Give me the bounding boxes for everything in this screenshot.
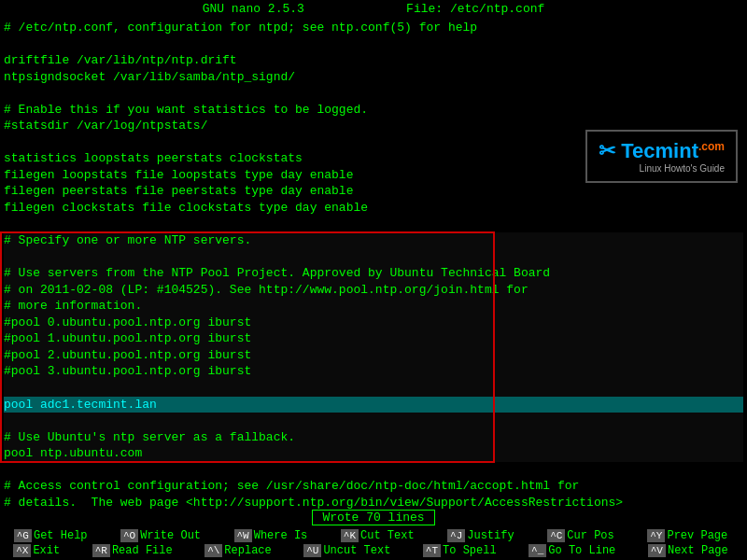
- command-key: ^R: [92, 544, 110, 557]
- command-label: Get Help: [34, 529, 88, 542]
- command-label: Next Page: [668, 544, 728, 557]
- command-label: Where Is: [254, 529, 308, 542]
- command-item[interactable]: ^\Replace: [204, 544, 272, 557]
- command-label: Write Out: [140, 529, 201, 542]
- command-key: ^Y: [647, 529, 665, 542]
- editor-line: [4, 85, 743, 102]
- title-bar: GNU nano 2.5.3 File: /etc/ntp.conf: [0, 0, 747, 18]
- editor-line: pool ntp.ubuntu.com: [4, 445, 743, 462]
- editor-line: #pool 3.ubuntu.pool.ntp.org iburst: [4, 363, 743, 380]
- editor-line: # Enable this if you want statistics to …: [4, 102, 743, 119]
- status-bar: Wrote 70 lines: [0, 509, 747, 526]
- command-item[interactable]: ^XExit: [13, 544, 60, 557]
- command-key: ^C: [547, 529, 565, 542]
- command-item[interactable]: ^JJustify: [447, 529, 514, 542]
- command-key: ^U: [303, 544, 321, 557]
- editor-line: driftfile /var/lib/ntp/ntp.drift: [4, 52, 743, 69]
- command-label: Replace: [224, 544, 271, 557]
- command-item[interactable]: ^UUncut Text: [303, 544, 390, 557]
- bottom-bar: ^GGet Help^OWrite Out^WWhere Is^KCut Tex…: [0, 526, 747, 560]
- command-item[interactable]: ^_Go To Line: [529, 544, 615, 557]
- command-label: Cut Text: [360, 529, 415, 542]
- tecmint-logo: ✂ Tecmint.com Linux Howto's Guide: [585, 130, 738, 183]
- command-label: Read File: [112, 544, 173, 557]
- command-item[interactable]: ^VNext Page: [648, 544, 728, 557]
- command-label: Prev Page: [667, 529, 727, 542]
- editor-line: # Access control configuration; see /usr…: [4, 478, 743, 495]
- command-item[interactable]: ^GGet Help: [14, 529, 88, 542]
- command-key: ^J: [447, 529, 465, 542]
- editor-line: # /etc/ntp.conf, configuration for ntpd;…: [4, 20, 743, 36]
- editor-line: filegen peerstats file peerstats type da…: [4, 183, 743, 200]
- status-message: Wrote 70 lines: [312, 510, 434, 525]
- command-label: Cur Pos: [567, 529, 613, 542]
- editor-line: #pool 2.ubuntu.pool.ntp.org iburst: [4, 347, 743, 364]
- file-path: File: /etc/ntp.conf: [406, 2, 544, 16]
- command-label: Justify: [467, 529, 514, 542]
- editor-line: ntpsigndsocket /var/lib/samba/ntp_signd/: [4, 69, 743, 86]
- command-key: ^W: [234, 529, 252, 542]
- editor-line: # Use servers from the NTP Pool Project.…: [4, 265, 743, 282]
- command-label: Exit: [33, 544, 60, 557]
- editor-line: [4, 380, 743, 397]
- editor-line: filegen clockstats file clockstats type …: [4, 200, 743, 217]
- editor-line: [4, 36, 743, 53]
- editor-area[interactable]: # /etc/ntp.conf, configuration for ntpd;…: [0, 18, 747, 509]
- editor-line: [4, 462, 743, 479]
- command-key: ^O: [120, 529, 138, 542]
- editor-line: [4, 217, 743, 233]
- editor-line: # Specify one or more NTP servers.: [4, 232, 743, 249]
- editor-line: # details. The web page <http://support.…: [4, 495, 743, 509]
- editor-line: [4, 249, 743, 266]
- command-item[interactable]: ^KCut Text: [341, 529, 415, 542]
- command-key: ^X: [13, 544, 31, 557]
- app-name: GNU nano 2.5.3: [203, 2, 304, 16]
- command-key: ^G: [14, 529, 32, 542]
- command-key: ^_: [529, 544, 546, 557]
- command-item[interactable]: ^YPrev Page: [647, 529, 727, 542]
- editor-line: pool adc1.tecmint.lan: [4, 397, 743, 413]
- command-item[interactable]: ^RRead File: [92, 544, 173, 557]
- editor-line: # Use Ubuntu's ntp server as a fallback.: [4, 429, 743, 446]
- command-item[interactable]: ^OWrite Out: [120, 529, 201, 542]
- editor-line: [4, 413, 743, 429]
- command-label: Go To Line: [548, 544, 615, 557]
- command-key: ^K: [341, 529, 359, 542]
- editor-line: # on 2011-02-08 (LP: #104525). See http:…: [4, 282, 743, 299]
- command-key: ^V: [648, 544, 666, 557]
- command-key: ^\: [204, 544, 222, 557]
- editor-line: #pool 1.ubuntu.pool.ntp.org iburst: [4, 330, 743, 347]
- command-label: Uncut Text: [323, 544, 390, 557]
- editor-line: # more information.: [4, 298, 743, 315]
- editor-line: #pool 0.ubuntu.pool.ntp.org iburst: [4, 315, 743, 331]
- command-item[interactable]: ^TTo Spell: [423, 544, 497, 557]
- command-label: To Spell: [443, 544, 497, 557]
- command-item[interactable]: ^WWhere Is: [234, 529, 308, 542]
- command-item[interactable]: ^CCur Pos: [547, 529, 614, 542]
- command-key: ^T: [423, 544, 441, 557]
